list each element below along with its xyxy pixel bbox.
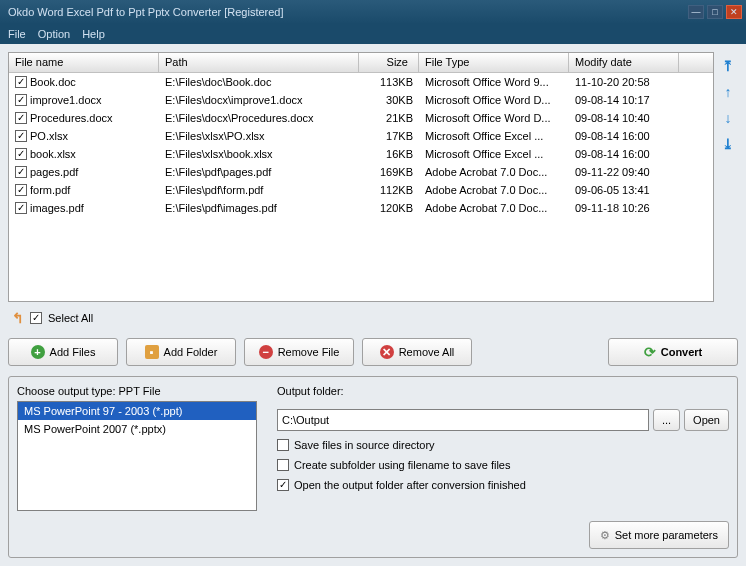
maximize-button[interactable]: □ — [707, 5, 723, 19]
set-more-parameters-button[interactable]: ⚙ Set more parameters — [589, 521, 729, 549]
create-subfolder-label: Create subfolder using filename to save … — [294, 459, 510, 471]
file-name: Book.doc — [30, 76, 76, 88]
table-row[interactable]: improve1.docxE:\Files\docx\improve1.docx… — [9, 91, 713, 109]
minus-icon: − — [259, 345, 273, 359]
file-table: File name Path Size File Type Modify dat… — [8, 52, 714, 302]
plus-icon: + — [31, 345, 45, 359]
select-all-label: Select All — [48, 312, 93, 324]
file-date: 09-11-22 09:40 — [569, 165, 679, 179]
x-icon: ✕ — [380, 345, 394, 359]
file-path: E:\Files\pdf\form.pdf — [159, 183, 359, 197]
file-type: Microsoft Office Word D... — [419, 111, 569, 125]
file-date: 11-10-20 20:58 — [569, 75, 679, 89]
minimize-button[interactable]: — — [688, 5, 704, 19]
remove-all-button[interactable]: ✕ Remove All — [362, 338, 472, 366]
file-date: 09-08-14 10:17 — [569, 93, 679, 107]
remove-file-button[interactable]: − Remove File — [244, 338, 354, 366]
file-type: Microsoft Office Word 9... — [419, 75, 569, 89]
col-header-path[interactable]: Path — [159, 53, 359, 72]
file-size: 120KB — [359, 201, 419, 215]
move-down-icon[interactable]: ↓ — [720, 110, 736, 126]
table-header: File name Path Size File Type Modify dat… — [9, 53, 713, 73]
menu-help[interactable]: Help — [82, 28, 105, 40]
row-checkbox[interactable] — [15, 94, 27, 106]
table-row[interactable]: Procedures.docxE:\Files\docx\Procedures.… — [9, 109, 713, 127]
save-in-source-checkbox[interactable] — [277, 439, 289, 451]
row-checkbox[interactable] — [15, 130, 27, 142]
convert-button[interactable]: ⟳ Convert — [608, 338, 738, 366]
col-header-type[interactable]: File Type — [419, 53, 569, 72]
file-type: Microsoft Office Word D... — [419, 93, 569, 107]
output-type-label: Choose output type: PPT File — [17, 385, 257, 397]
output-type-listbox[interactable]: MS PowerPoint 97 - 2003 (*.ppt) MS Power… — [17, 401, 257, 511]
browse-button[interactable]: ... — [653, 409, 680, 431]
open-after-label: Open the output folder after conversion … — [294, 479, 526, 491]
file-date: 09-08-14 16:00 — [569, 147, 679, 161]
table-row[interactable]: pages.pdfE:\Files\pdf\pages.pdf169KBAdob… — [9, 163, 713, 181]
file-path: E:\Files\doc\Book.doc — [159, 75, 359, 89]
file-size: 113KB — [359, 75, 419, 89]
file-size: 30KB — [359, 93, 419, 107]
file-path: E:\Files\xlsx\book.xlsx — [159, 147, 359, 161]
output-folder-label: Output folder: — [277, 385, 729, 397]
file-size: 112KB — [359, 183, 419, 197]
table-row[interactable]: PO.xlsxE:\Files\xlsx\PO.xlsx17KBMicrosof… — [9, 127, 713, 145]
file-date: 09-11-18 10:26 — [569, 201, 679, 215]
file-name: improve1.docx — [30, 94, 102, 106]
row-checkbox[interactable] — [15, 184, 27, 196]
move-bottom-icon[interactable]: ⤓ — [720, 136, 736, 152]
row-checkbox[interactable] — [15, 76, 27, 88]
open-folder-button[interactable]: Open — [684, 409, 729, 431]
table-row[interactable]: form.pdfE:\Files\pdf\form.pdf112KBAdobe … — [9, 181, 713, 199]
file-name: pages.pdf — [30, 166, 78, 178]
move-top-icon[interactable]: ⤒ — [720, 58, 736, 74]
file-path: E:\Files\pdf\images.pdf — [159, 201, 359, 215]
row-checkbox[interactable] — [15, 202, 27, 214]
file-date: 09-06-05 13:41 — [569, 183, 679, 197]
output-folder-input[interactable] — [277, 409, 649, 431]
table-row[interactable]: images.pdfE:\Files\pdf\images.pdf120KBAd… — [9, 199, 713, 217]
folder-icon: ▪ — [145, 345, 159, 359]
table-row[interactable]: Book.docE:\Files\doc\Book.doc113KBMicros… — [9, 73, 713, 91]
file-type: Adobe Acrobat 7.0 Doc... — [419, 165, 569, 179]
menubar: File Option Help — [0, 24, 746, 44]
file-name: book.xlsx — [30, 148, 76, 160]
row-checkbox[interactable] — [15, 166, 27, 178]
select-all-checkbox[interactable] — [30, 312, 42, 324]
window-title: Okdo Word Excel Pdf to Ppt Pptx Converte… — [4, 6, 688, 18]
col-header-name[interactable]: File name — [9, 53, 159, 72]
table-row[interactable]: book.xlsxE:\Files\xlsx\book.xlsx16KBMicr… — [9, 145, 713, 163]
file-path: E:\Files\docx\Procedures.docx — [159, 111, 359, 125]
file-size: 17KB — [359, 129, 419, 143]
file-size: 21KB — [359, 111, 419, 125]
file-type: Adobe Acrobat 7.0 Doc... — [419, 201, 569, 215]
file-size: 16KB — [359, 147, 419, 161]
col-header-size[interactable]: Size — [359, 53, 419, 72]
list-item[interactable]: MS PowerPoint 2007 (*.pptx) — [18, 420, 256, 438]
file-name: form.pdf — [30, 184, 70, 196]
create-subfolder-checkbox[interactable] — [277, 459, 289, 471]
up-folder-icon[interactable]: ↰ — [12, 310, 24, 326]
move-up-icon[interactable]: ↑ — [720, 84, 736, 100]
file-path: E:\Files\docx\improve1.docx — [159, 93, 359, 107]
file-type: Microsoft Office Excel ... — [419, 129, 569, 143]
file-type: Adobe Acrobat 7.0 Doc... — [419, 183, 569, 197]
row-checkbox[interactable] — [15, 112, 27, 124]
open-after-checkbox[interactable] — [277, 479, 289, 491]
file-path: E:\Files\xlsx\PO.xlsx — [159, 129, 359, 143]
col-header-date[interactable]: Modify date — [569, 53, 679, 72]
row-checkbox[interactable] — [15, 148, 27, 160]
menu-file[interactable]: File — [8, 28, 26, 40]
file-date: 09-08-14 10:40 — [569, 111, 679, 125]
file-name: images.pdf — [30, 202, 84, 214]
save-in-source-label: Save files in source directory — [294, 439, 435, 451]
gear-icon: ⚙ — [600, 529, 610, 542]
list-item[interactable]: MS PowerPoint 97 - 2003 (*.ppt) — [18, 402, 256, 420]
add-files-button[interactable]: + Add Files — [8, 338, 118, 366]
file-date: 09-08-14 16:00 — [569, 129, 679, 143]
close-button[interactable]: ✕ — [726, 5, 742, 19]
menu-option[interactable]: Option — [38, 28, 70, 40]
add-folder-button[interactable]: ▪ Add Folder — [126, 338, 236, 366]
convert-icon: ⟳ — [644, 344, 656, 360]
file-name: Procedures.docx — [30, 112, 113, 124]
